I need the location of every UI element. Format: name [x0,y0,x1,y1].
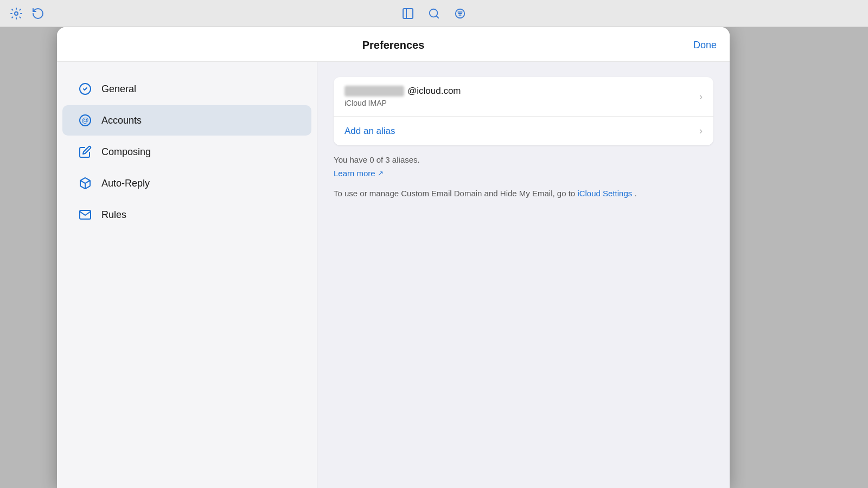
sidebar-label-composing: Composing [101,146,151,158]
icloud-settings-link[interactable]: iCloud Settings [577,189,634,198]
sidebar-item-rules[interactable]: Rules [62,200,311,230]
toolbar-center-icons [400,6,468,21]
account-info: @icloud.com iCloud IMAP [344,86,699,107]
sidebar-label-general: General [101,84,136,95]
toolbar [0,0,868,27]
icloud-settings-label: iCloud Settings [577,189,632,198]
filter-icon[interactable] [452,6,468,21]
aliases-info-section: You have 0 of 3 aliases. Learn more ↗ [334,154,713,178]
sidebar-label-auto-reply: Auto-Reply [101,178,150,189]
learn-more-link[interactable]: Learn more ↗ [334,169,384,178]
svg-text:@: @ [81,116,88,124]
account-chevron-icon: › [699,91,703,102]
accounts-icon: @ [78,113,93,128]
auto-reply-icon [78,176,93,191]
sidebar-item-accounts[interactable]: @ Accounts [62,105,311,136]
modal-header: Preferences Done [57,27,730,62]
custom-email-text-1: To use or manage Custom Email Domain and… [334,189,575,198]
sidebar-item-general[interactable]: General [62,74,311,104]
svg-rect-1 [403,9,413,18]
content-area: @icloud.com iCloud IMAP › Add an alias ›… [317,62,730,488]
sidebar-label-rules: Rules [101,209,126,221]
sidebar-toggle-icon[interactable] [400,6,416,21]
preferences-modal: Preferences Done General @ [57,27,730,488]
account-email-domain: @icloud.com [407,86,461,97]
add-alias-row[interactable]: Add an alias › [334,117,713,145]
gear-icon[interactable] [9,6,24,21]
rules-icon [78,207,93,222]
accounts-card: @icloud.com iCloud IMAP › Add an alias › [334,77,713,145]
svg-line-4 [436,16,438,18]
learn-more-label: Learn more [334,169,375,178]
sidebar-item-composing[interactable]: Composing [62,137,311,167]
done-button[interactable]: Done [693,40,717,51]
composing-icon [78,144,93,159]
reset-icon[interactable] [30,6,46,21]
sidebar-label-accounts: Accounts [101,115,142,126]
learn-more-arrow-icon: ↗ [378,169,384,177]
modal-body: General @ Accounts Comp [57,62,730,488]
general-icon [78,81,93,97]
custom-email-section: To use or manage Custom Email Domain and… [334,187,713,200]
search-icon[interactable] [426,6,442,21]
custom-email-text-2: . [634,189,636,198]
account-row[interactable]: @icloud.com iCloud IMAP › [334,77,713,117]
account-email-blur [344,86,404,97]
account-type: iCloud IMAP [344,99,699,107]
sidebar: General @ Accounts Comp [57,62,317,488]
modal-title: Preferences [362,39,425,52]
account-email-row: @icloud.com [344,86,699,97]
svg-point-0 [15,12,18,15]
aliases-count-text: You have 0 of 3 aliases. [334,154,713,166]
sidebar-item-auto-reply[interactable]: Auto-Reply [62,168,311,198]
add-alias-label: Add an alias [344,126,699,137]
alias-chevron-icon: › [699,125,703,137]
